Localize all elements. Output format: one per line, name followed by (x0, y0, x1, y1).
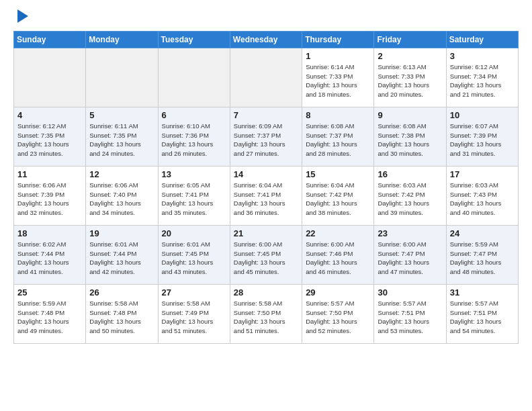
day-info: Sunrise: 6:01 AMSunset: 7:44 PMDaylight:… (89, 240, 154, 277)
day-number: 10 (450, 110, 515, 120)
weekday-header-wednesday: Wednesday (230, 31, 302, 48)
calendar-cell: 15Sunrise: 6:04 AMSunset: 7:42 PMDayligh… (302, 166, 374, 225)
day-info: Sunrise: 5:57 AMSunset: 7:51 PMDaylight:… (378, 299, 442, 336)
calendar-cell: 29Sunrise: 5:57 AMSunset: 7:50 PMDayligh… (302, 284, 374, 343)
day-number: 15 (306, 169, 370, 179)
day-info: Sunrise: 6:00 AMSunset: 7:47 PMDaylight:… (378, 240, 442, 277)
day-info: Sunrise: 6:04 AMSunset: 7:42 PMDaylight:… (306, 181, 370, 218)
week-row-5: 25Sunrise: 5:59 AMSunset: 7:48 PMDayligh… (14, 284, 519, 343)
weekday-header-thursday: Thursday (302, 31, 374, 48)
day-number: 30 (378, 287, 442, 298)
day-number: 31 (450, 287, 515, 298)
calendar-table: SundayMondayTuesdayWednesdayThursdayFrid… (13, 31, 519, 344)
calendar-cell: 10Sunrise: 6:07 AMSunset: 7:39 PMDayligh… (446, 107, 518, 166)
calendar-cell: 18Sunrise: 6:02 AMSunset: 7:44 PMDayligh… (14, 225, 86, 284)
day-number: 24 (450, 228, 515, 238)
logo-arrow-icon (17, 9, 28, 23)
day-info: Sunrise: 6:00 AMSunset: 7:45 PMDaylight:… (234, 240, 298, 277)
page: SundayMondayTuesdayWednesdayThursdayFrid… (0, 0, 532, 411)
week-row-4: 18Sunrise: 6:02 AMSunset: 7:44 PMDayligh… (14, 225, 519, 284)
calendar-cell: 8Sunrise: 6:08 AMSunset: 7:37 PMDaylight… (302, 107, 374, 166)
calendar-cell: 2Sunrise: 6:13 AMSunset: 7:33 PMDaylight… (374, 48, 446, 107)
day-number: 2 (378, 51, 442, 61)
day-info: Sunrise: 5:57 AMSunset: 7:51 PMDaylight:… (450, 299, 515, 336)
day-number: 16 (378, 169, 442, 179)
calendar-cell: 25Sunrise: 5:59 AMSunset: 7:48 PMDayligh… (14, 284, 86, 343)
day-info: Sunrise: 6:04 AMSunset: 7:41 PMDaylight:… (234, 181, 298, 218)
day-number: 26 (89, 287, 154, 298)
calendar-cell (14, 48, 86, 107)
calendar-cell (86, 48, 158, 107)
calendar-cell: 24Sunrise: 5:59 AMSunset: 7:47 PMDayligh… (446, 225, 518, 284)
day-number: 27 (162, 287, 226, 298)
day-number: 3 (450, 51, 515, 61)
week-row-1: 1Sunrise: 6:14 AMSunset: 7:33 PMDaylight… (14, 48, 519, 107)
day-info: Sunrise: 5:58 AMSunset: 7:49 PMDaylight:… (162, 299, 226, 336)
calendar-cell: 28Sunrise: 5:58 AMSunset: 7:50 PMDayligh… (230, 284, 302, 343)
day-info: Sunrise: 6:06 AMSunset: 7:40 PMDaylight:… (89, 181, 154, 218)
day-number: 20 (162, 228, 226, 238)
day-number: 25 (17, 287, 82, 298)
day-info: Sunrise: 6:02 AMSunset: 7:44 PMDaylight:… (17, 240, 82, 277)
calendar-cell: 1Sunrise: 6:14 AMSunset: 7:33 PMDaylight… (302, 48, 374, 107)
day-number: 21 (234, 228, 298, 238)
logo (13, 11, 28, 24)
day-number: 8 (306, 110, 370, 120)
calendar-cell: 27Sunrise: 5:58 AMSunset: 7:49 PMDayligh… (158, 284, 230, 343)
day-number: 9 (378, 110, 442, 120)
day-info: Sunrise: 5:59 AMSunset: 7:47 PMDaylight:… (450, 240, 515, 277)
day-info: Sunrise: 6:12 AMSunset: 7:34 PMDaylight:… (450, 62, 515, 99)
day-number: 18 (17, 228, 82, 238)
day-number: 17 (450, 169, 515, 179)
day-info: Sunrise: 6:09 AMSunset: 7:37 PMDaylight:… (234, 122, 298, 158)
day-info: Sunrise: 6:03 AMSunset: 7:43 PMDaylight:… (450, 181, 515, 218)
week-row-3: 11Sunrise: 6:06 AMSunset: 7:39 PMDayligh… (14, 166, 519, 225)
day-number: 28 (234, 287, 298, 298)
day-info: Sunrise: 6:05 AMSunset: 7:41 PMDaylight:… (162, 181, 226, 218)
calendar-cell: 23Sunrise: 6:00 AMSunset: 7:47 PMDayligh… (374, 225, 446, 284)
day-number: 14 (234, 169, 298, 179)
day-number: 11 (17, 169, 82, 179)
calendar-cell: 16Sunrise: 6:03 AMSunset: 7:42 PMDayligh… (374, 166, 446, 225)
day-info: Sunrise: 6:08 AMSunset: 7:38 PMDaylight:… (378, 122, 442, 158)
day-info: Sunrise: 6:03 AMSunset: 7:42 PMDaylight:… (378, 181, 442, 218)
day-number: 1 (306, 51, 370, 61)
day-number: 7 (234, 110, 298, 120)
day-info: Sunrise: 6:08 AMSunset: 7:37 PMDaylight:… (306, 122, 370, 158)
calendar-cell (158, 48, 230, 107)
calendar-cell: 12Sunrise: 6:06 AMSunset: 7:40 PMDayligh… (86, 166, 158, 225)
weekday-header-row: SundayMondayTuesdayWednesdayThursdayFrid… (14, 31, 519, 48)
weekday-header-friday: Friday (374, 31, 446, 48)
day-info: Sunrise: 5:57 AMSunset: 7:50 PMDaylight:… (306, 299, 370, 336)
week-row-2: 4Sunrise: 6:12 AMSunset: 7:35 PMDaylight… (14, 107, 519, 166)
day-info: Sunrise: 6:12 AMSunset: 7:35 PMDaylight:… (17, 122, 82, 158)
calendar-cell: 5Sunrise: 6:11 AMSunset: 7:35 PMDaylight… (86, 107, 158, 166)
calendar-cell: 30Sunrise: 5:57 AMSunset: 7:51 PMDayligh… (374, 284, 446, 343)
weekday-header-sunday: Sunday (14, 31, 86, 48)
calendar-cell: 13Sunrise: 6:05 AMSunset: 7:41 PMDayligh… (158, 166, 230, 225)
day-number: 4 (17, 110, 82, 120)
day-info: Sunrise: 5:59 AMSunset: 7:48 PMDaylight:… (17, 299, 82, 336)
day-number: 23 (378, 228, 442, 238)
day-number: 29 (306, 287, 370, 298)
calendar-cell: 19Sunrise: 6:01 AMSunset: 7:44 PMDayligh… (86, 225, 158, 284)
calendar-cell: 21Sunrise: 6:00 AMSunset: 7:45 PMDayligh… (230, 225, 302, 284)
day-info: Sunrise: 5:58 AMSunset: 7:48 PMDaylight:… (89, 299, 154, 336)
day-number: 19 (89, 228, 154, 238)
header (13, 11, 519, 24)
calendar-cell: 14Sunrise: 6:04 AMSunset: 7:41 PMDayligh… (230, 166, 302, 225)
calendar-cell: 7Sunrise: 6:09 AMSunset: 7:37 PMDaylight… (230, 107, 302, 166)
day-info: Sunrise: 6:14 AMSunset: 7:33 PMDaylight:… (306, 62, 370, 99)
day-info: Sunrise: 5:58 AMSunset: 7:50 PMDaylight:… (234, 299, 298, 336)
calendar-cell: 3Sunrise: 6:12 AMSunset: 7:34 PMDaylight… (446, 48, 518, 107)
weekday-header-tuesday: Tuesday (158, 31, 230, 48)
calendar-cell: 17Sunrise: 6:03 AMSunset: 7:43 PMDayligh… (446, 166, 518, 225)
calendar-cell: 9Sunrise: 6:08 AMSunset: 7:38 PMDaylight… (374, 107, 446, 166)
day-number: 22 (306, 228, 370, 238)
day-number: 12 (89, 169, 154, 179)
calendar-cell: 22Sunrise: 6:00 AMSunset: 7:46 PMDayligh… (302, 225, 374, 284)
day-info: Sunrise: 6:11 AMSunset: 7:35 PMDaylight:… (89, 122, 154, 158)
day-info: Sunrise: 6:10 AMSunset: 7:36 PMDaylight:… (162, 122, 226, 158)
weekday-header-monday: Monday (86, 31, 158, 48)
calendar-cell: 4Sunrise: 6:12 AMSunset: 7:35 PMDaylight… (14, 107, 86, 166)
